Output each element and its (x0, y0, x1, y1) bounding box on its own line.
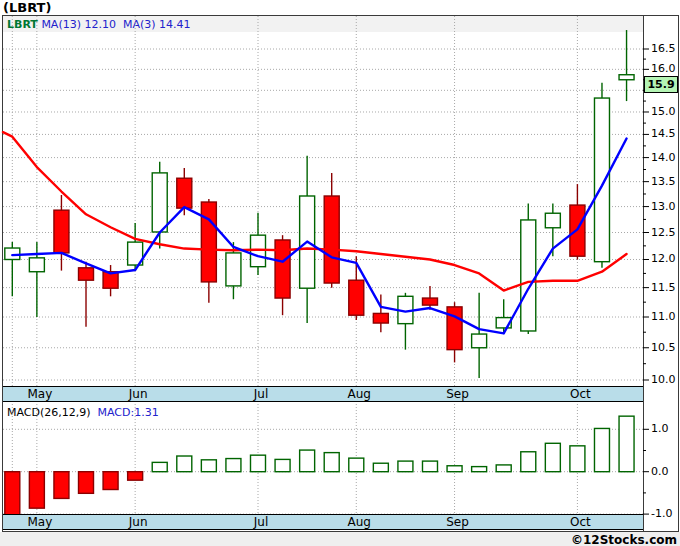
chart-canvas[interactable] (0, 0, 680, 546)
price-axis-label: 14.5 (651, 127, 676, 140)
month-label: Jun (129, 515, 148, 529)
price-axis-label: 13.5 (651, 175, 676, 188)
macd-bar-positive (472, 467, 487, 472)
macd-bar-positive (226, 459, 241, 472)
macd-bar-positive (152, 462, 167, 471)
month-label: Aug (348, 515, 371, 529)
macd-bar-negative (54, 472, 69, 499)
price-axis-label: 14.0 (651, 151, 676, 164)
candle-body (79, 268, 94, 280)
price-axis-label: 10.5 (651, 341, 676, 354)
price-axis-label: 10.0 (651, 373, 676, 386)
macd-bar-positive (619, 416, 634, 472)
candle-body (619, 75, 634, 80)
candle-body (324, 196, 339, 283)
macd-bar-positive (251, 455, 266, 472)
month-label: Oct (570, 387, 591, 401)
month-axis-bar-bottom: MayJunJulAugSepOct (3, 514, 643, 530)
month-label: Jun (129, 387, 148, 401)
last-price-badge: 15.9 (644, 76, 678, 93)
month-label: May (27, 515, 52, 529)
macd-bar-positive (422, 461, 437, 472)
month-label: Jul (254, 515, 268, 529)
candle-body (422, 298, 437, 305)
price-axis-label: 12.0 (651, 252, 676, 265)
candle-body (447, 307, 462, 350)
macd-bar-negative (5, 472, 20, 515)
price-axis-label: 11.0 (651, 310, 676, 323)
candle-body (545, 213, 560, 228)
candle-body (349, 280, 364, 315)
month-label: Oct (570, 515, 591, 529)
candle-body (594, 98, 609, 262)
month-label: Jul (254, 387, 268, 401)
macd-axis-label: 0.0 (651, 465, 669, 478)
macd-axis-label: -1.0 (651, 507, 672, 520)
macd-bar-negative (79, 472, 94, 494)
macd-bar-positive (300, 450, 315, 472)
macd-bar-positive (324, 453, 339, 472)
price-axis-label: 16.5 (651, 42, 676, 55)
candle-body (201, 202, 216, 282)
macd-bar-positive (201, 460, 216, 472)
price-axis-label: 11.5 (651, 281, 676, 294)
candle-body (152, 173, 167, 232)
month-axis-bar-top: MayJunJulAugSepOct (3, 386, 643, 402)
macd-bar-negative (29, 472, 44, 508)
macd-bar-positive (447, 466, 462, 472)
macd-bar-positive (275, 459, 290, 471)
macd-bar-positive (177, 456, 192, 472)
candle-body (54, 210, 69, 253)
price-axis-label: 16.0 (651, 62, 676, 75)
price-axis-label: 12.5 (651, 226, 676, 239)
candle-body (29, 258, 44, 272)
macd-bar-positive (570, 446, 585, 472)
macd-axis-label: 1.0 (651, 422, 669, 435)
price-axis-label: 13.0 (651, 200, 676, 213)
candle-body (373, 313, 388, 323)
macd-bar-positive (545, 443, 560, 471)
macd-bar-positive (398, 461, 413, 472)
price-axis-label: 15.0 (651, 105, 676, 118)
candle-body (177, 178, 192, 208)
candle-body (521, 220, 536, 331)
candle-body (226, 253, 241, 286)
macd-bar-negative (103, 472, 118, 490)
copyright-label: ©12Stocks.com (571, 533, 677, 546)
macd-bar-positive (594, 428, 609, 471)
month-label: Sep (446, 515, 469, 529)
month-label: May (27, 387, 52, 401)
macd-bar-positive (521, 452, 536, 472)
stock-chart-widget: (LBRT) LBRT MA(13) 12.10 MA(3) 14.41 MAC… (0, 0, 680, 546)
month-label: Sep (446, 387, 469, 401)
macd-bar-positive (349, 458, 364, 472)
macd-bar-positive (496, 465, 511, 472)
month-label: Aug (348, 387, 371, 401)
macd-bar-positive (373, 463, 388, 471)
macd-bar-negative (128, 472, 143, 480)
candle-body (472, 334, 487, 348)
